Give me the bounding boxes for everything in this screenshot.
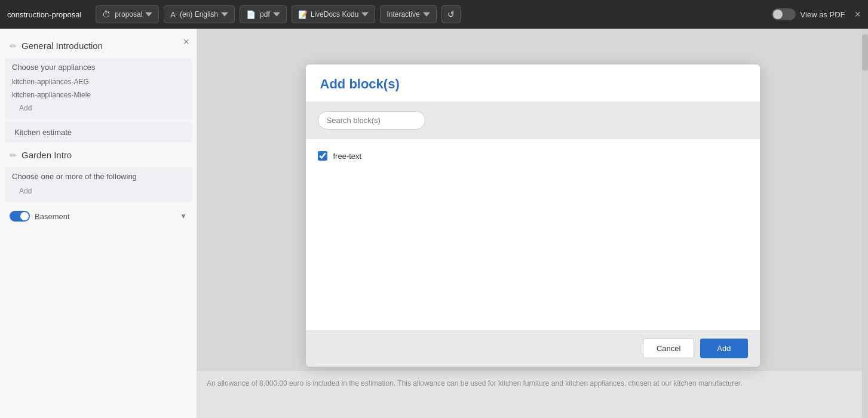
pdf-icon: 📄 [246,10,256,19]
interactive-label: Interactive [387,10,419,19]
basement-label: Basement [35,212,70,221]
kitchen-estimate-label: Kitchen estimate [14,128,72,137]
cancel-button[interactable]: Cancel [643,339,694,358]
modal-overlay: Add block(s) free-text Cancel Add [197,29,868,418]
nav-close-button[interactable]: × [854,8,861,21]
top-nav: construction-proposal ⏱ proposal A (en) … [0,0,868,29]
basement-dropdown-arrow[interactable]: ▼ [180,212,187,220]
sidebar: × ✏ General Introduction Choose your app… [0,29,197,418]
proposal-dropdown[interactable]: ⏱ proposal [96,5,159,23]
free-text-option: free-text [318,149,748,163]
interactive-dropdown[interactable]: Interactive [380,5,436,23]
free-text-checkbox[interactable] [318,151,327,161]
language-label: (en) English [180,10,218,19]
sidebar-item-general-intro[interactable]: ✏ General Introduction [0,36,197,56]
language-icon: A [170,10,176,19]
sidebar-close-button[interactable]: × [183,36,189,48]
search-blocks-input[interactable] [318,111,425,130]
proposal-icon: ⏱ [102,10,111,19]
livedocs-label: LiveDocs Kodu [311,10,359,19]
view-toggle [772,8,796,20]
proposal-label: proposal [115,10,142,19]
choose-following-label[interactable]: Choose one or more of the following [12,172,185,181]
brand-label: construction-proposal [7,10,81,19]
language-dropdown[interactable]: A (en) English [164,5,235,23]
sidebar-item-miele[interactable]: kitchen-appliances-Miele [12,88,185,102]
view-as-pdf-label[interactable]: View as PDF [800,10,845,19]
toggle-switch[interactable] [772,8,796,20]
modal-body: free-text [306,139,760,330]
refresh-icon: ↺ [447,10,455,19]
modal-header: Add block(s) [306,64,760,102]
main-layout: × ✏ General Introduction Choose your app… [0,29,868,418]
general-intro-label: General Introduction [22,41,103,51]
sidebar-item-kitchen-estimate[interactable]: Kitchen estimate [5,122,192,143]
sidebar-item-basement[interactable]: Basement ▼ [0,205,197,228]
sidebar-group-choose-following: Choose one or more of the following Add [5,167,192,202]
add-button[interactable]: Add [700,339,747,358]
livedocs-dropdown[interactable]: 📝 LiveDocs Kodu [292,5,376,23]
format-dropdown[interactable]: 📄 pdf [240,5,287,23]
livedocs-icon: 📝 [298,10,308,19]
garden-intro-label: Garden Intro [22,150,72,160]
modal-title: Add block(s) [320,76,400,91]
modal-footer: Cancel Add [306,330,760,367]
free-text-label: free-text [333,152,362,161]
edit-icon: ✏ [10,41,17,51]
choose-appliances-label[interactable]: Choose your appliances [12,63,185,72]
format-label: pdf [260,10,270,19]
content-area: oice, quality, style From entertaining w… [197,29,868,418]
sidebar-group-appliances: Choose your appliances kitchen-appliance… [5,58,192,119]
modal-search-area [306,102,760,139]
add-blocks-modal: Add block(s) free-text Cancel Add [306,64,760,367]
garden-edit-icon: ✏ [10,150,17,160]
sidebar-add-appliances[interactable]: Add [12,102,185,115]
refresh-button[interactable]: ↺ [441,5,461,23]
sidebar-add-following[interactable]: Add [12,185,185,198]
sidebar-item-garden-intro[interactable]: ✏ Garden Intro [0,145,197,165]
sidebar-item-aeg[interactable]: kitchen-appliances-AEG [12,75,185,88]
basement-toggle[interactable] [10,211,30,222]
